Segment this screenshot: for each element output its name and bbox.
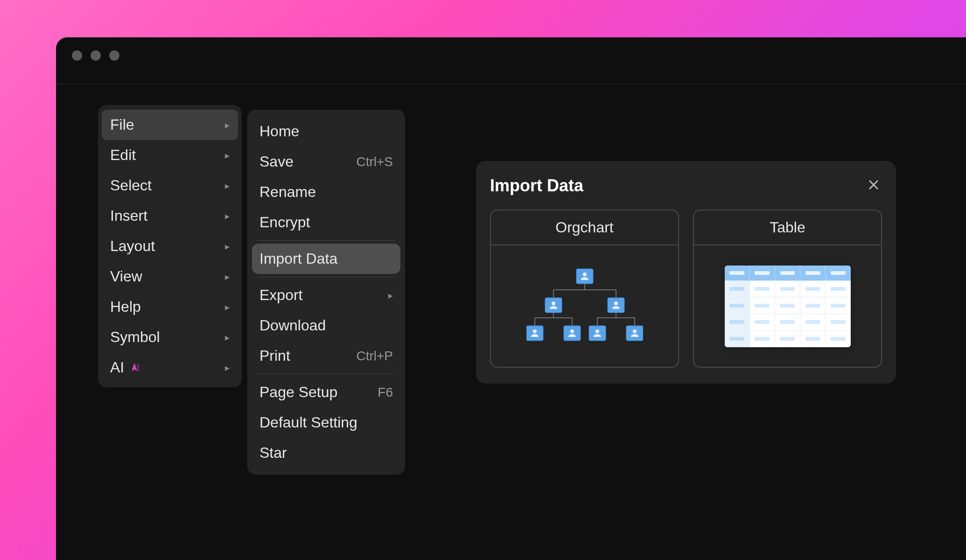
submenu-label: Encrypt — [259, 214, 310, 231]
submenu-print[interactable]: Print Ctrl+P — [247, 341, 405, 371]
option-orgchart[interactable]: Orgchart — [490, 210, 679, 368]
submenu-label: Print — [259, 347, 290, 364]
submenu-import-data[interactable]: Import Data — [252, 244, 400, 274]
submenu-label: Import Data — [259, 250, 337, 267]
close-icon — [867, 178, 880, 191]
submenu-star[interactable]: Star — [247, 438, 405, 468]
header-divider — [56, 84, 966, 84]
svg-point-7 — [533, 329, 537, 333]
submenu-label: Download — [259, 317, 326, 334]
svg-point-1 — [583, 273, 587, 276]
menu-symbol[interactable]: Symbol ▸ — [98, 322, 242, 352]
app-window: File ▸ Edit ▸ Select ▸ Insert ▸ Layout ▸… — [56, 37, 966, 560]
import-data-dialog: Import Data Orgchart — [476, 161, 896, 384]
chevron-right-icon: ▸ — [225, 119, 230, 131]
svg-point-11 — [595, 329, 599, 333]
chevron-right-icon: ▸ — [225, 180, 230, 191]
menu-label: Symbol — [110, 329, 160, 346]
submenu-export[interactable]: Export ▸ — [247, 280, 405, 310]
menu-separator — [258, 277, 395, 277]
main-menu: File ▸ Edit ▸ Select ▸ Insert ▸ Layout ▸… — [98, 105, 242, 387]
chevron-right-icon: ▸ — [225, 150, 230, 161]
submenu-download[interactable]: Download — [247, 310, 405, 341]
menu-help[interactable]: Help ▸ — [98, 292, 242, 322]
submenu-label: Home — [259, 123, 299, 140]
menu-edit[interactable]: Edit ▸ — [98, 140, 242, 170]
ai-sparkle-icon — [131, 359, 142, 376]
menu-label: Help — [110, 298, 141, 315]
menu-layout[interactable]: Layout ▸ — [98, 231, 242, 261]
menu-separator — [258, 374, 395, 374]
submenu-label: Page Setup — [259, 384, 337, 401]
option-label: Orgchart — [491, 210, 678, 245]
menu-label: View — [110, 268, 142, 285]
submenu-home[interactable]: Home — [247, 116, 405, 147]
chevron-right-icon: ▸ — [388, 290, 393, 301]
keyboard-shortcut: F6 — [378, 385, 393, 400]
menu-view[interactable]: View ▸ — [98, 261, 242, 292]
svg-point-5 — [614, 301, 618, 305]
option-table[interactable]: Table — [693, 210, 882, 368]
menu-label: Select — [110, 177, 152, 194]
menu-label: Layout — [110, 238, 155, 255]
chevron-right-icon: ▸ — [225, 301, 230, 313]
menu-label: Edit — [110, 147, 136, 164]
file-submenu: Home Save Ctrl+S Rename Encrypt Import D… — [247, 110, 405, 475]
window-controls — [72, 50, 119, 61]
submenu-label: Default Setting — [259, 414, 357, 431]
chevron-right-icon: ▸ — [225, 241, 230, 252]
close-window-button[interactable] — [72, 50, 82, 61]
svg-point-13 — [633, 329, 637, 333]
submenu-encrypt[interactable]: Encrypt — [247, 207, 405, 238]
menu-ai[interactable]: AI ▸ — [98, 352, 242, 383]
submenu-label: Save — [259, 153, 294, 170]
svg-point-9 — [570, 329, 574, 333]
orgchart-icon — [526, 264, 643, 348]
table-icon — [725, 266, 851, 347]
maximize-window-button[interactable] — [109, 50, 119, 61]
submenu-label: Rename — [259, 183, 316, 201]
submenu-page-setup[interactable]: Page Setup F6 — [247, 377, 405, 407]
menu-separator — [258, 240, 395, 241]
close-dialog-button[interactable] — [865, 174, 882, 197]
menu-label: AI — [110, 359, 142, 376]
import-options: Orgchart — [490, 210, 882, 368]
dialog-title: Import Data — [490, 176, 583, 196]
chevron-right-icon: ▸ — [225, 362, 230, 373]
keyboard-shortcut: Ctrl+P — [356, 349, 393, 364]
option-preview — [694, 245, 881, 367]
chevron-right-icon: ▸ — [225, 210, 230, 222]
submenu-label: Star — [259, 444, 287, 462]
menu-file[interactable]: File ▸ — [102, 110, 238, 140]
submenu-default-setting[interactable]: Default Setting — [247, 407, 405, 438]
submenu-label: Export — [259, 287, 302, 304]
chevron-right-icon: ▸ — [225, 332, 230, 343]
chevron-right-icon: ▸ — [225, 271, 230, 282]
menu-label: Insert — [110, 207, 147, 224]
svg-point-3 — [552, 301, 555, 305]
minimize-window-button[interactable] — [91, 50, 101, 61]
dialog-header: Import Data — [490, 174, 882, 197]
option-preview — [491, 245, 678, 367]
submenu-save[interactable]: Save Ctrl+S — [247, 147, 405, 177]
option-label: Table — [694, 210, 881, 245]
menu-insert[interactable]: Insert ▸ — [98, 201, 242, 231]
submenu-rename[interactable]: Rename — [247, 177, 405, 207]
keyboard-shortcut: Ctrl+S — [356, 154, 393, 169]
menu-label: File — [110, 116, 134, 133]
menu-select[interactable]: Select ▸ — [98, 170, 242, 201]
